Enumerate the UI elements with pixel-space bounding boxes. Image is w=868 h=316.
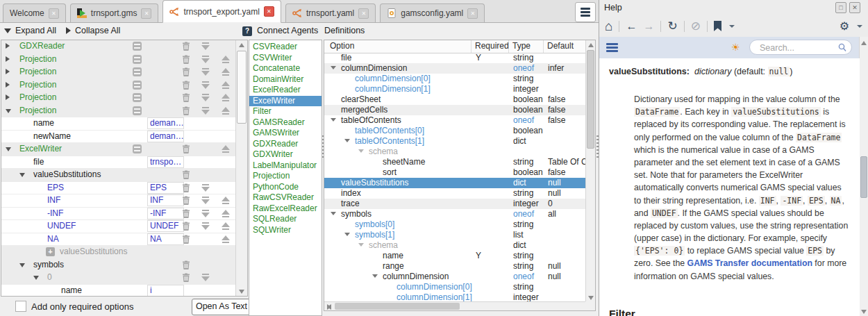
trash-icon[interactable]: [182, 196, 191, 205]
document-icon[interactable]: [133, 67, 142, 76]
expand-arrow-icon[interactable]: [6, 43, 10, 49]
tree-row[interactable]: filetrnspo…: [1, 156, 247, 169]
scrollbar-thumb[interactable]: [237, 51, 247, 124]
tree-row[interactable]: INFINF: [1, 194, 247, 208]
tree-value-cell[interactable]: -INF: [147, 208, 184, 219]
tree-row[interactable]: NANA: [1, 233, 247, 247]
tree-row[interactable]: -INF-INF: [1, 208, 247, 221]
chevron-down-icon[interactable]: [857, 25, 862, 28]
scroll-up-icon[interactable]: [860, 38, 868, 48]
move-down-icon[interactable]: [201, 81, 210, 89]
help-link[interactable]: GAMS Transfer documentation: [687, 258, 812, 268]
move-down-icon[interactable]: [201, 210, 210, 217]
tree-row[interactable]: namei: [1, 285, 247, 297]
definitions-row[interactable]: columnDimension[1]integer: [324, 84, 585, 94]
move-up-icon[interactable]: [222, 94, 230, 101]
move-up-icon[interactable]: [222, 197, 230, 204]
trash-icon[interactable]: [182, 222, 191, 231]
float-icon[interactable]: [835, 2, 846, 13]
trash-icon[interactable]: [182, 106, 191, 115]
tree-value-cell[interactable]: trnspo…: [147, 156, 184, 168]
definitions-row[interactable]: sortbooleanfalse: [324, 167, 585, 178]
scroll-up-icon[interactable]: [586, 40, 595, 50]
agent-list-item[interactable]: PythonCode: [249, 182, 322, 193]
definitions-row[interactable]: nameYstring: [324, 251, 585, 261]
move-down-icon[interactable]: [201, 42, 210, 50]
agent-list-item[interactable]: Filter: [249, 106, 322, 117]
required-options-checkbox[interactable]: [15, 301, 26, 312]
definitions-row[interactable]: symbols[0]string: [324, 219, 585, 230]
gear-icon[interactable]: ⚙: [840, 19, 849, 33]
scrollbar-thumb[interactable]: [587, 50, 594, 149]
collapse-arrow-icon[interactable]: [19, 263, 25, 267]
expand-arrow-icon[interactable]: [6, 56, 10, 62]
tree-row[interactable]: Projection: [1, 79, 247, 92]
scroll-down-icon[interactable]: [586, 292, 595, 302]
open-as-text-button[interactable]: Open As Text: [192, 299, 251, 315]
tree-row[interactable]: newNamedeman…: [1, 131, 247, 144]
agent-list-item[interactable]: GAMSWriter: [249, 128, 322, 139]
stop-icon[interactable]: ⊘: [691, 19, 701, 33]
agent-list-item[interactable]: RawCSVReader: [249, 192, 322, 203]
definitions-row[interactable]: tableOfContents[0]boolean: [324, 126, 585, 136]
toc-menu-icon[interactable]: [606, 43, 618, 52]
agent-list-item[interactable]: Concatenate: [249, 63, 322, 74]
trash-icon[interactable]: [182, 93, 191, 102]
move-up-icon[interactable]: [222, 235, 230, 243]
definitions-row[interactable]: valueSubstitutionsdictnull: [324, 178, 585, 188]
collapse-arrow-icon[interactable]: [344, 139, 350, 142]
definitions-row[interactable]: columnDimensiononeofinfer: [324, 63, 585, 74]
reload-icon[interactable]: ↻: [667, 19, 677, 33]
tree-row[interactable]: symbols: [1, 259, 247, 272]
help-hint-icon[interactable]: [242, 26, 252, 36]
collapse-arrow-icon[interactable]: [372, 274, 378, 278]
definitions-row[interactable]: mergedCellsbooleanfalse: [324, 105, 585, 115]
home-icon[interactable]: ⌂: [605, 19, 612, 33]
definitions-row[interactable]: tableOfContentsoneoffalse: [324, 115, 585, 126]
agent-list-item[interactable]: DomainWriter: [249, 74, 322, 85]
scrollbar-thumb[interactable]: [335, 303, 460, 310]
move-up-icon[interactable]: [222, 210, 230, 217]
document-icon[interactable]: [133, 106, 142, 115]
option-type[interactable]: oneof: [513, 63, 546, 74]
collapse-arrow-icon[interactable]: [19, 173, 25, 177]
agent-list-item[interactable]: LabelManipulator: [249, 160, 322, 172]
close-icon[interactable]: [264, 6, 274, 17]
move-down-icon[interactable]: [201, 94, 210, 101]
move-down-icon[interactable]: [201, 184, 210, 192]
tree-value-cell[interactable]: INF: [147, 194, 184, 206]
move-up-icon[interactable]: [222, 68, 230, 76]
collapse-arrow-icon[interactable]: [33, 276, 39, 280]
definitions-row[interactable]: schemadict: [324, 240, 585, 251]
tab-trnsport-yaml[interactable]: trnsport.yaml: [285, 3, 376, 22]
tree-row[interactable]: Projection: [1, 92, 247, 105]
trash-icon[interactable]: [182, 144, 191, 153]
tree-value-cell[interactable]: deman…: [147, 117, 184, 129]
move-up-icon[interactable]: [222, 81, 230, 89]
scrollbar-thumb[interactable]: [860, 156, 867, 198]
trash-icon[interactable]: [182, 183, 191, 192]
add-entry-icon[interactable]: [46, 247, 55, 256]
agent-list-item[interactable]: CSVReader: [249, 42, 322, 53]
scroll-down-icon[interactable]: [236, 286, 247, 296]
move-up-icon[interactable]: [222, 222, 230, 230]
close-icon[interactable]: [849, 2, 860, 13]
agent-list-item[interactable]: GDXReader: [249, 139, 322, 150]
move-down-icon[interactable]: [201, 68, 210, 76]
document-icon[interactable]: [133, 144, 142, 153]
collapse-arrow-icon[interactable]: [6, 109, 11, 113]
tree-value-cell[interactable]: i: [147, 285, 184, 297]
definitions-row[interactable]: columnDimension[1]integer: [324, 292, 585, 301]
tree-row[interactable]: namedeman…: [1, 117, 247, 131]
definitions-row[interactable]: indexstringnull: [324, 188, 585, 199]
definitions-row[interactable]: traceinteger0: [324, 199, 585, 209]
document-icon[interactable]: [133, 55, 142, 64]
expand-all-button[interactable]: Expand All: [4, 26, 56, 35]
tree-row[interactable]: valueSubstitutions: [1, 246, 247, 259]
tab-list-menu-button[interactable]: [575, 2, 596, 22]
agent-list-item[interactable]: SQLWriter: [249, 225, 322, 236]
close-icon[interactable]: [467, 8, 478, 19]
definitions-row[interactable]: columnDimension[0]string: [324, 282, 585, 292]
search-input[interactable]: [758, 42, 834, 54]
tree-scrollbar[interactable]: [235, 40, 247, 296]
